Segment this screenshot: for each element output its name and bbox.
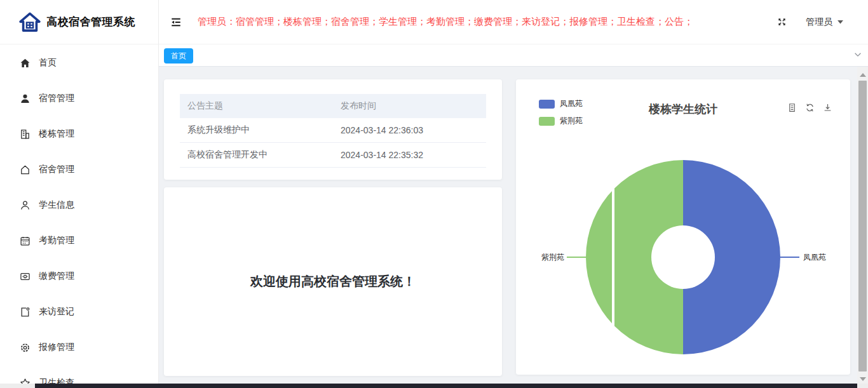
sidebar-item-home[interactable]: 首页: [0, 45, 158, 81]
scroll-down-arrow[interactable]: [860, 377, 866, 381]
building-stats-chart-card: 凤凰苑 紫荆苑 楼栋学生统计 紫荆苑 凤凰苑: [516, 79, 850, 375]
calendar-icon: [20, 236, 31, 246]
announcement-time: 2024-03-14 22:36:03: [333, 118, 486, 143]
announcements-table: 公告主题 发布时间 系统升级维护中 2024-03-14 22:36:03 高校…: [180, 94, 486, 168]
pie-label-zijing: 紫荆苑: [541, 252, 564, 263]
gear-icon: [20, 342, 31, 353]
vertical-scrollbar[interactable]: [857, 67, 868, 384]
user-menu[interactable]: 管理员: [806, 17, 844, 28]
chart-toolbox: [787, 103, 832, 112]
visitor-icon: [20, 307, 31, 318]
legend-swatch-green: [539, 117, 555, 126]
welcome-card: 欢迎使用高校宿舍管理系统！: [164, 187, 502, 376]
admin-permissions-notice: 管理员：宿管管理；楼栋管理；宿舍管理；学生管理；考勤管理；缴费管理；来访登记；报…: [198, 16, 777, 28]
payment-icon: [20, 271, 31, 282]
horizontal-scrollbar[interactable]: [0, 384, 868, 388]
sidebar-item-payment[interactable]: 缴费管理: [0, 258, 158, 294]
sidebar: 高校宿舍管理系统 首页 宿管管理 楼栋管理 宿舍管理 学生信息 考勤管理 缴: [0, 0, 159, 388]
house-logo-icon: [19, 11, 41, 33]
student-icon: [20, 200, 31, 211]
app-title: 高校宿舍管理系统: [46, 15, 135, 29]
home-icon: [20, 58, 31, 69]
tab-bar: 首页: [159, 44, 868, 67]
welcome-message: 欢迎使用高校宿舍管理系统！: [250, 273, 416, 290]
sidebar-item-label: 学生信息: [39, 199, 74, 211]
table-header-row: 公告主题 发布时间: [180, 94, 486, 118]
pie-label-fenghuang: 凤凰苑: [803, 252, 826, 263]
col-time: 发布时间: [333, 94, 486, 118]
legend-item-zijing[interactable]: 紫荆苑: [539, 116, 583, 126]
sidebar-item-label: 缴费管理: [39, 271, 74, 282]
announcement-topic: 系统升级维护中: [180, 118, 333, 143]
top-header: 管理员：宿管管理；楼栋管理；宿舍管理；学生管理；考勤管理；缴费管理；来访登记；报…: [159, 0, 868, 44]
announcement-time: 2024-03-14 22:35:32: [333, 143, 486, 168]
tab-home[interactable]: 首页: [164, 48, 193, 64]
announcement-topic: 高校宿舍管理开发中: [180, 143, 333, 168]
sidebar-item-dorm-admin[interactable]: 宿管管理: [0, 81, 158, 116]
legend-label: 紫荆苑: [560, 116, 583, 126]
sidebar-item-label: 楼栋管理: [39, 128, 74, 140]
sidebar-item-label: 来访登记: [39, 306, 74, 318]
sidebar-item-dormitory[interactable]: 宿舍管理: [0, 152, 158, 187]
header-actions: 管理员: [777, 17, 868, 28]
app-logo[interactable]: 高校宿舍管理系统: [0, 0, 158, 44]
house-icon: [20, 164, 31, 175]
refresh-icon[interactable]: [805, 103, 815, 112]
user-filled-icon: [20, 93, 31, 104]
fullscreen-icon[interactable]: [777, 17, 787, 27]
donut-slice-gap: [612, 160, 614, 354]
sidebar-item-label: 首页: [39, 57, 57, 69]
donut-hole: [651, 225, 715, 289]
sidebar-item-students[interactable]: 学生信息: [0, 187, 158, 223]
label-line-zijing: [567, 257, 588, 258]
scroll-up-arrow[interactable]: [860, 73, 866, 77]
horizontal-scroll-thumb[interactable]: [35, 384, 857, 388]
sidebar-fold-icon[interactable]: [159, 17, 182, 28]
sidebar-item-attendance[interactable]: 考勤管理: [0, 223, 158, 258]
vertical-scroll-thumb[interactable]: [858, 81, 867, 371]
label-line-fenghuang: [778, 257, 799, 258]
col-topic: 公告主题: [180, 94, 333, 118]
data-view-icon[interactable]: [787, 103, 797, 112]
sidebar-item-label: 考勤管理: [39, 235, 74, 246]
announcements-card: 公告主题 发布时间 系统升级维护中 2024-03-14 22:36:03 高校…: [164, 79, 502, 180]
username: 管理员: [806, 17, 832, 28]
sidebar-item-label: 宿舍管理: [39, 164, 74, 175]
sidebar-item-repairs[interactable]: 报修管理: [0, 330, 158, 365]
download-icon[interactable]: [823, 103, 832, 112]
sidebar-item-label: 宿管管理: [39, 93, 74, 104]
sidebar-item-visitors[interactable]: 来访登记: [0, 294, 158, 330]
tabs-chevron-down-icon[interactable]: [853, 50, 862, 59]
caret-down-icon: [837, 20, 844, 25]
table-row[interactable]: 高校宿舍管理开发中 2024-03-14 22:35:32: [180, 143, 486, 168]
building-icon: [20, 129, 31, 140]
sidebar-menu: 首页 宿管管理 楼栋管理 宿舍管理 学生信息 考勤管理 缴费管理 来访登记: [0, 44, 158, 388]
table-row[interactable]: 系统升级维护中 2024-03-14 22:36:03: [180, 118, 486, 143]
sidebar-item-building[interactable]: 楼栋管理: [0, 116, 158, 152]
sidebar-item-label: 报修管理: [39, 342, 74, 353]
